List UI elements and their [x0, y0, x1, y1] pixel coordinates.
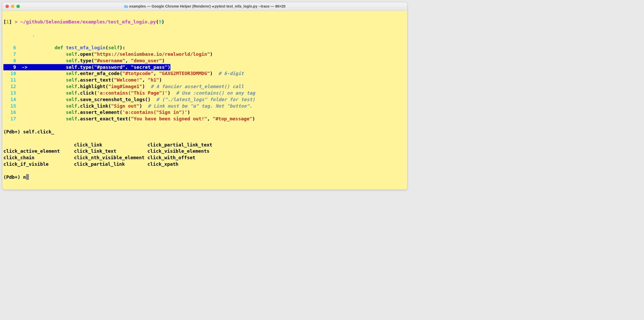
- breadcrumb: [1] > ~/github/SeleniumBase/examples/tes…: [3, 19, 406, 25]
- code-line-6: 6 def test_mfa_login(self):: [3, 45, 406, 51]
- code-line-13: 13 self.click('a:contains("This Page")')…: [3, 90, 406, 96]
- code-line-15: 15 self.click_link("Sign out") # Link mu…: [3, 103, 406, 109]
- titlebar: examples — Google Chrome Helper (Rendere…: [2, 2, 407, 11]
- code-line-16: 16 self.assert_element('a:contains("Sign…: [3, 109, 406, 116]
- folder-icon: [124, 5, 128, 9]
- code-line-8: 8 self.type("#username", "demo_user"): [3, 58, 406, 64]
- pdb-prompt-2: (Pdb+) n: [3, 174, 406, 181]
- terminal-window: examples — Google Chrome Helper (Rendere…: [2, 2, 407, 190]
- code-line-17: 17 self.assert_exact_text("You have been…: [3, 116, 406, 122]
- pdb-prompt-1: (Pdb+) self.click_: [3, 129, 406, 135]
- prompt1-input[interactable]: self.click_: [23, 129, 54, 134]
- tab-completions: click_link click_partial_link_text click…: [3, 142, 406, 168]
- code-line-9: 9 -> self.type("#password", "secret_pass…: [3, 64, 406, 71]
- window-title: examples — Google Chrome Helper (Rendere…: [2, 4, 407, 9]
- code-line-11: 11 self.assert_text("Welcome!", "h1"): [3, 77, 406, 83]
- code-line-7: 7 self.open("https://seleniumbase.io/rea…: [3, 51, 406, 58]
- cursor-icon: [26, 174, 29, 180]
- code-line-14: 14 self.save_screenshot_to_logs() # ("./…: [3, 96, 406, 103]
- ellipsis-row: .: [3, 32, 406, 38]
- prompt2-input[interactable]: n: [23, 174, 26, 180]
- code-line-12: 12 self.highlight("img#image1") # A fanc…: [3, 83, 406, 90]
- terminal-body[interactable]: [1] > ~/github/SeleniumBase/examples/tes…: [2, 11, 407, 189]
- code-line-10: 10 self.enter_mfa_code("#totpcode", "GAX…: [3, 70, 406, 77]
- window-title-text: examples — Google Chrome Helper (Rendere…: [129, 4, 285, 8]
